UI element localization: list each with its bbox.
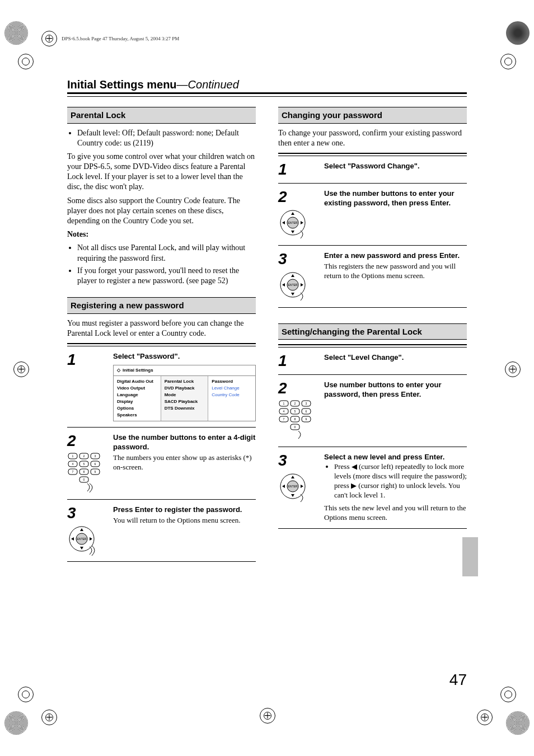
change-step-2: 2 ENTER [278,184,467,246]
parental-lock-para2: Some discs also support the Country Code… [67,196,256,227]
print-ornament-icon [506,711,530,735]
level-step-1: 1 Select "Level Change". [278,348,467,375]
menu-item: DTS Downmix [165,405,205,412]
step-1-instruction: Select "Password". [113,352,256,361]
svg-text:0: 0 [294,425,296,429]
svg-text:ENTER: ENTER [288,485,298,488]
svg-text:1: 1 [72,454,74,458]
step-2-body: The numbers you enter show up as asteris… [113,453,256,472]
svg-text:2: 2 [294,402,296,405]
svg-text:5: 5 [83,462,85,466]
cursor-left-icon [352,462,357,471]
step-3-body: You will return to the Options menu scre… [113,516,256,525]
svg-text:9: 9 [306,417,307,421]
menu-item: Options [117,405,157,412]
book-runner: DPS-6.5.book Page 47 Thursday, August 5,… [62,36,179,41]
crop-mark-icon [500,54,516,69]
page-number: 47 [449,671,467,689]
section-head-parental-lock: Parental Lock [67,107,256,124]
print-ornament-icon [4,711,28,735]
menu-item-highlight: Country Code [212,392,252,398]
svg-text:7: 7 [283,417,285,421]
change-step-3-body: This registers the new password and you … [324,262,467,281]
menu-item: Speakers [117,412,157,419]
print-ornament-icon [4,21,28,45]
remote-enter-icon: ENTER [67,524,106,556]
svg-text:8: 8 [294,417,296,421]
svg-text:3: 3 [306,402,307,405]
level-step-3: 3 ENTER [278,447,467,528]
change-password-intro: To change your password, confirm your ex… [278,128,467,148]
menu-title: Initial Settings [114,365,255,376]
menu-item: Display [117,398,157,405]
svg-text:2: 2 [83,454,85,458]
crop-mark-icon [18,54,34,69]
page-title-continued: —Continued [177,78,239,91]
svg-text:ENTER: ENTER [288,221,298,224]
crop-mark-icon [477,710,493,725]
change-step-3-instruction: Enter a new password and press Enter. [324,251,467,261]
section-head-change-password: Changing your password [278,107,467,124]
step-number: 2 [278,189,317,205]
remote-enter-icon: ENTER [278,208,317,240]
crop-mark-icon [13,361,29,377]
step-number: 1 [67,352,106,368]
notes-label: Notes: [67,229,256,240]
register-step-3: 3 ENTER [67,500,256,562]
step-number: 2 [67,433,106,449]
crop-mark-icon [500,687,516,702]
step-3-instruction: Press Enter to register the password. [113,505,256,515]
level-step-3-body: This sets the new level and you will ret… [324,504,467,523]
step-number: 3 [67,505,106,521]
register-step-1: 1 Select "Password". Initial Settings Di… [67,346,256,428]
numeric-keypad-icon: 123 456 789 0 [67,452,106,494]
change-step-1-instruction: Select "Password Change". [324,162,467,171]
title-rule [67,92,467,97]
menu-item: Language [117,392,157,398]
step-number: 2 [278,381,317,396]
crop-mark-icon [41,710,57,725]
crop-mark-icon [505,361,521,377]
menu-item: DVD Playback Mode [165,385,205,398]
step-number: 1 [278,353,317,369]
parental-lock-para1: To give you some control over what your … [67,152,256,192]
menu-item: Password [212,378,252,385]
menu-item: Digital Audio Out [117,378,157,385]
register-step-2: 2 123 456 789 [67,428,256,500]
numeric-keypad-icon: 123 456 789 0 [278,400,317,441]
svg-text:6: 6 [95,462,96,466]
menu-item: Parental Lock [165,378,205,385]
remote-enter-icon: ENTER [278,270,317,302]
print-ornament-icon [506,21,530,45]
change-step-1: 1 Select "Password Change". [278,156,467,184]
svg-text:3: 3 [95,454,96,458]
change-step-3: 3 ENTER [278,246,467,308]
svg-text:7: 7 [72,470,74,473]
step-number: 3 [278,251,317,267]
crop-mark-icon [260,708,275,724]
level-step-3-bullet: Press (cursor left) repeatedly to lock m… [334,462,467,500]
register-password-intro: You must register a password before you … [67,318,256,339]
svg-text:0: 0 [83,478,85,481]
initial-settings-menu: Initial Settings Digital Audio Out Video… [113,365,256,421]
menu-item: Video Output [117,385,157,392]
menu-item-highlight: Level Change [212,385,252,392]
section-head-set-parental-lock: Setting/changing the Parental Lock [278,323,467,340]
remote-enter-icon: ENTER [278,472,317,503]
svg-text:ENTER: ENTER [288,283,298,287]
level-step-2: 2 123 456 789 [278,375,467,447]
svg-text:1: 1 [283,402,285,405]
svg-text:8: 8 [83,470,85,473]
step-number: 3 [278,453,317,468]
level-step-2-instruction: Use number buttons to enter your passwor… [324,381,467,400]
svg-text:4: 4 [72,462,74,466]
level-step-1-instruction: Select "Level Change". [324,353,467,363]
page-title: Initial Settings menu—Continued [67,78,467,91]
level-step-3-instruction: Select a new level and press Enter. [324,453,467,462]
svg-text:6: 6 [306,410,307,413]
svg-text:ENTER: ENTER [77,537,87,541]
default-settings-bullet: Default level: Off; Default password: no… [77,128,256,148]
note-2: If you forget your password, you'll need… [77,266,256,286]
note-1: Not all discs use Parental Lock, and wil… [77,243,256,263]
step-2-instruction: Use the number buttons to enter a 4-digi… [113,433,256,452]
